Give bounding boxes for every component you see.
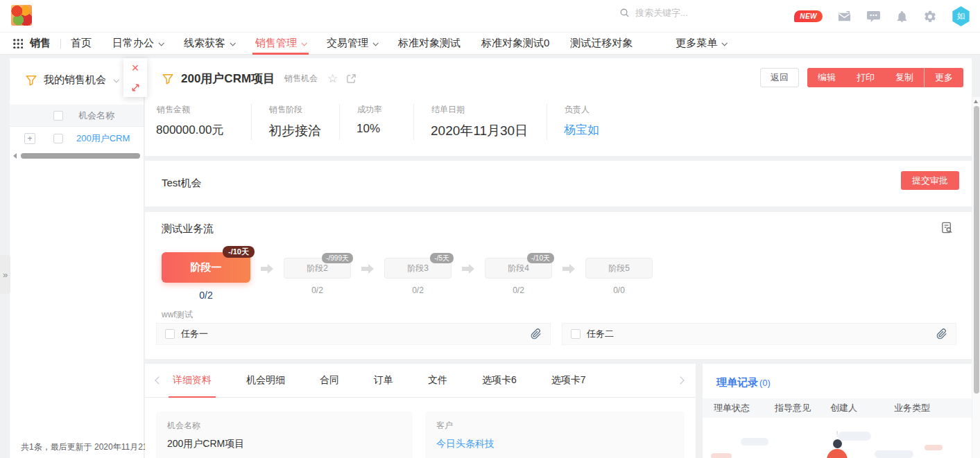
table-row[interactable]: + 200用户CRM xyxy=(10,127,144,150)
scrollbar-thumb[interactable] xyxy=(21,153,140,159)
share-icon[interactable] xyxy=(346,73,356,84)
stage-card-5[interactable]: 阶段5 xyxy=(585,258,653,279)
chat-icon[interactable] xyxy=(866,10,881,23)
nav-divider xyxy=(60,39,61,49)
empty-state-person: ! xyxy=(825,430,849,458)
detail-header-section: 200用户CRM项目 销售机会 ☆ 返回 编辑 打印 复制 更多 销售金额 8 xyxy=(145,58,972,156)
tab-contracts[interactable]: 合同 xyxy=(320,364,339,398)
stage-card-3[interactable]: 阶段3 -/5天 xyxy=(384,258,452,279)
app-name[interactable]: 销售 xyxy=(30,37,51,50)
object-type-label: 销售机会 xyxy=(284,73,318,85)
select-all-checkbox[interactable] xyxy=(53,111,63,121)
company-logo[interactable] xyxy=(11,5,32,26)
stage-days-badge: -/5天 xyxy=(430,253,454,263)
records-table-header: 理单状态 指导意见 创建人 业务类型 xyxy=(703,398,972,418)
nav-item-home[interactable]: 首页 xyxy=(71,33,92,54)
nav-item-daily-work[interactable]: 日常办公 xyxy=(112,33,163,54)
cloud-shape xyxy=(925,445,943,450)
star-icon[interactable]: ☆ xyxy=(327,73,338,85)
stage-card-2[interactable]: 阶段2 -/999天 xyxy=(284,258,351,279)
field-close-date: 结单日期 2020年11月30日 xyxy=(431,104,547,140)
new-badge[interactable]: NEW xyxy=(794,10,823,22)
more-button[interactable]: 更多 xyxy=(924,68,963,87)
tab-files[interactable]: 文件 xyxy=(428,364,447,398)
funnel-icon xyxy=(162,73,174,85)
nav-item-std-object-test[interactable]: 标准对象测试 xyxy=(398,33,461,54)
flow-arrow-icon xyxy=(552,264,585,274)
user-avatar[interactable]: 如 xyxy=(952,6,970,26)
flow-arrow-icon xyxy=(351,264,384,274)
expand-button[interactable] xyxy=(123,78,147,97)
scroll-up-icon[interactable] xyxy=(974,100,978,103)
tab-scroll-left-icon[interactable] xyxy=(155,376,162,384)
stage-task-count: 0/2 xyxy=(199,290,212,301)
scrollbar-thumb[interactable] xyxy=(974,106,979,394)
stage-card-1[interactable]: 阶段一 -/10天 xyxy=(162,252,250,283)
list-footer-status: 共1条，最后更新于 2020年11月21日 xyxy=(21,441,156,453)
tab-custom-6[interactable]: 选项卡6 xyxy=(482,364,517,398)
task-item[interactable]: 任务一 xyxy=(156,323,551,345)
sidebar-collapse-handle[interactable]: » xyxy=(0,255,10,294)
row-checkbox[interactable] xyxy=(53,134,63,143)
copy-button[interactable]: 复制 xyxy=(885,68,924,87)
info-field-account: 客户 今日头条科技 xyxy=(425,412,685,458)
horizontal-scrollbar[interactable] xyxy=(10,152,144,159)
account-link[interactable]: 今日头条科技 xyxy=(436,438,673,450)
cloud-shape xyxy=(711,453,732,458)
task-checkbox[interactable] xyxy=(165,329,175,339)
nav-item-sales-mgmt[interactable]: 销售管理 xyxy=(255,33,306,54)
task-item[interactable]: 任务二 xyxy=(562,323,956,345)
submit-approval-button[interactable]: 提交审批 xyxy=(901,171,959,190)
detail-tabs-section: 详细资料 机会明细 合同 订单 文件 选项卡6 选项卡7 机会名称 200用户C… xyxy=(145,364,696,458)
scroll-left-icon[interactable] xyxy=(13,153,17,159)
vertical-scrollbar[interactable] xyxy=(972,97,980,458)
task-label: 任务一 xyxy=(181,328,531,340)
app-grid-icon[interactable] xyxy=(12,38,23,49)
nav-item-more-menu[interactable]: 更多菜单 xyxy=(676,33,726,54)
task-checkbox[interactable] xyxy=(571,329,581,339)
edit-button[interactable]: 编辑 xyxy=(807,68,846,87)
alert-glyph: ! xyxy=(825,430,849,438)
crm-app: NEW 如 销售 首页 日常办公 线索获客 xyxy=(0,0,980,458)
nav-item-leads[interactable]: 线索获客 xyxy=(184,33,234,54)
empty-state-illustration: ! xyxy=(703,430,972,458)
tab-orders[interactable]: 订单 xyxy=(374,364,393,398)
paperclip-icon[interactable] xyxy=(936,328,947,340)
gear-icon[interactable] xyxy=(923,10,937,24)
close-button[interactable]: × xyxy=(123,58,147,78)
tab-custom-7[interactable]: 选项卡7 xyxy=(551,364,586,398)
tab-detail-info[interactable]: 详细资料 xyxy=(173,364,212,398)
mail-icon[interactable] xyxy=(837,10,852,23)
tab-scroll-right-icon[interactable] xyxy=(676,376,684,384)
tab-opportunity-lines[interactable]: 机会明细 xyxy=(246,364,285,398)
search-input[interactable] xyxy=(635,8,725,18)
nav-items: 首页 日常办公 线索获客 销售管理 交易管理 标准对象测试 标准对象测试0 测试… xyxy=(71,33,726,54)
workflow-detail-icon[interactable] xyxy=(940,221,954,235)
opportunity-list-panel: 我的销售机会 机会名称 + 200用户CRM 共1条，最后更新于 2020年11… xyxy=(10,58,144,458)
chevron-down-icon xyxy=(230,40,235,46)
double-chevron-icon: » xyxy=(3,270,8,280)
nav-item-std-object-test0[interactable]: 标准对象测试0 xyxy=(481,33,549,54)
cloud-shape xyxy=(741,438,768,446)
info-fields: 机会名称 200用户CRM项目 客户 今日头条科技 xyxy=(145,398,696,458)
opportunity-link[interactable]: 200用户CRM xyxy=(76,132,130,145)
nav-item-migrate-object[interactable]: 测试迁移对象 xyxy=(570,33,633,54)
print-button[interactable]: 打印 xyxy=(846,68,885,87)
nav-item-trade-mgmt[interactable]: 交易管理 xyxy=(327,33,377,54)
task-label: 任务二 xyxy=(587,328,936,340)
stage-card-4[interactable]: 阶段4 -/10天 xyxy=(485,258,552,279)
chevron-down-icon xyxy=(372,40,378,46)
stage-days-badge: -/10天 xyxy=(527,253,554,263)
owner-link[interactable]: 杨宝如 xyxy=(564,122,599,138)
stage-item: 阶段2 -/999天 0/2 xyxy=(284,252,351,295)
bell-icon[interactable] xyxy=(895,10,909,24)
chevron-down-icon xyxy=(722,40,728,46)
expand-row-button[interactable]: + xyxy=(24,133,35,144)
chevron-down-icon xyxy=(113,77,119,82)
list-view-title: 我的销售机会 xyxy=(44,73,106,87)
chevron-down-icon xyxy=(301,40,307,46)
paperclip-icon[interactable] xyxy=(531,328,542,340)
back-button[interactable]: 返回 xyxy=(760,68,799,87)
list-table-header: 机会名称 xyxy=(10,105,144,127)
stage-task-count: 0/2 xyxy=(311,285,323,295)
